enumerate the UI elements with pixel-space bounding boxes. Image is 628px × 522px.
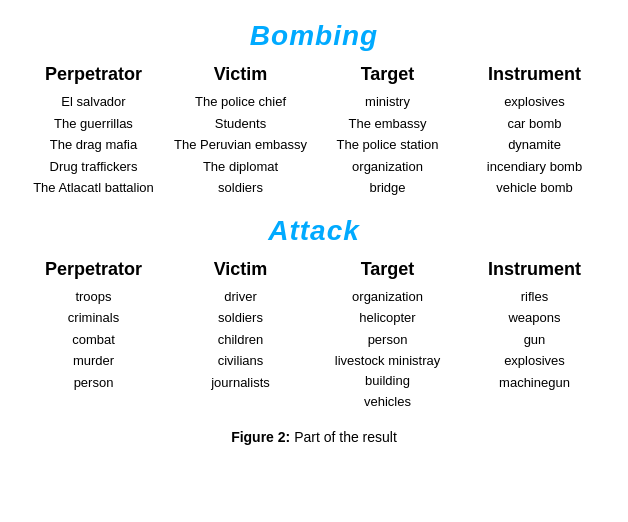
list-item: machinegun	[495, 372, 574, 394]
list-item: person	[364, 329, 412, 351]
attack-col-header-2: Target	[314, 257, 461, 282]
list-item: livestock ministray building	[314, 350, 461, 391]
list-item: car bomb	[503, 113, 565, 135]
list-item: ministry	[361, 91, 414, 113]
list-item: El salvador	[57, 91, 129, 113]
list-item: soldiers	[214, 307, 267, 329]
attack-col-victim: driver soldiers children civilians journ…	[167, 286, 314, 413]
list-item: troops	[71, 286, 115, 308]
page-container: Bombing Perpetrator Victim Target Instru…	[0, 10, 628, 465]
list-item: vehicles	[360, 391, 415, 413]
list-item: The embassy	[344, 113, 430, 135]
attack-col-header-1: Victim	[167, 257, 314, 282]
attack-col-perpetrator: troops criminals combat murder person	[20, 286, 167, 413]
bombing-col-instrument: explosives car bomb dynamite incendiary …	[461, 91, 608, 199]
bombing-section: Bombing Perpetrator Victim Target Instru…	[20, 20, 608, 199]
list-item: explosives	[500, 350, 569, 372]
list-item: organization	[348, 156, 427, 178]
bombing-col-header-2: Target	[314, 62, 461, 87]
list-item: The Peruvian embassy	[170, 134, 311, 156]
list-item: organization	[348, 286, 427, 308]
list-item: bridge	[365, 177, 409, 199]
attack-section: Attack Perpetrator Victim Target Instrum…	[20, 215, 608, 413]
bombing-col-target: ministry The embassy The police station …	[314, 91, 461, 199]
figure-caption: Figure 2: Part of the result	[20, 429, 608, 445]
bombing-col-victim: The police chief Students The Peruvian e…	[167, 91, 314, 199]
list-item: combat	[68, 329, 119, 351]
figure-label: Figure 2:	[231, 429, 290, 445]
attack-body: troops criminals combat murder person dr…	[20, 286, 608, 413]
list-item: The police chief	[191, 91, 290, 113]
attack-col-target: organization helicopter person livestock…	[314, 286, 461, 413]
list-item: journalists	[207, 372, 274, 394]
list-item: vehicle bomb	[492, 177, 577, 199]
list-item: gun	[520, 329, 550, 351]
list-item: weapons	[504, 307, 564, 329]
list-item: The police station	[333, 134, 443, 156]
list-item: Drug traffickers	[46, 156, 142, 178]
list-item: children	[214, 329, 268, 351]
bombing-col-header-0: Perpetrator	[20, 62, 167, 87]
list-item: driver	[220, 286, 261, 308]
list-item: explosives	[500, 91, 569, 113]
list-item: incendiary bomb	[483, 156, 586, 178]
attack-col-instrument: rifles weapons gun explosives machinegun	[461, 286, 608, 413]
figure-text: Part of the result	[294, 429, 397, 445]
bombing-header-row: Perpetrator Victim Target Instrument	[20, 62, 608, 87]
list-item: Students	[211, 113, 270, 135]
list-item: The diplomat	[199, 156, 282, 178]
attack-col-header-3: Instrument	[461, 257, 608, 282]
bombing-body: El salvador The guerrillas The drag mafi…	[20, 91, 608, 199]
list-item: murder	[69, 350, 118, 372]
bombing-col-perpetrator: El salvador The guerrillas The drag mafi…	[20, 91, 167, 199]
list-item: criminals	[64, 307, 123, 329]
list-item: The drag mafia	[46, 134, 141, 156]
list-item: The guerrillas	[50, 113, 137, 135]
bombing-title: Bombing	[20, 20, 608, 52]
list-item: helicopter	[355, 307, 419, 329]
bombing-col-header-3: Instrument	[461, 62, 608, 87]
attack-title: Attack	[20, 215, 608, 247]
list-item: civilians	[214, 350, 268, 372]
list-item: rifles	[517, 286, 552, 308]
attack-header-row: Perpetrator Victim Target Instrument	[20, 257, 608, 282]
bombing-col-header-1: Victim	[167, 62, 314, 87]
list-item: dynamite	[504, 134, 565, 156]
attack-col-header-0: Perpetrator	[20, 257, 167, 282]
list-item: soldiers	[214, 177, 267, 199]
list-item: The Atlacatl battalion	[29, 177, 158, 199]
list-item: person	[70, 372, 118, 394]
